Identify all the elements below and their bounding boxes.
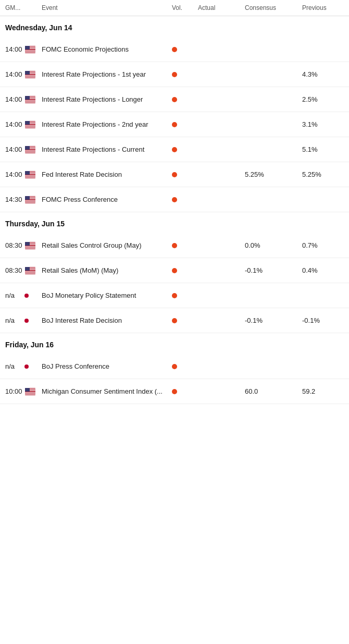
time-value: n/a [5, 362, 22, 370]
flag-us-icon [25, 388, 35, 395]
vol-cell [172, 243, 198, 248]
previous-cell: 3.1% [302, 120, 344, 128]
table-row[interactable]: 08:30Retail Sales (MoM) (May)-0.1%0.4% [0, 258, 349, 283]
vol-dot-icon [172, 389, 177, 394]
time-value: 14:00 [5, 70, 22, 78]
section-header-2: Friday, Jun 16 [0, 333, 349, 354]
event-name: Interest Rate Projections - 1st year [42, 70, 172, 78]
col-actual: Actual [198, 4, 245, 11]
previous-cell: 0.7% [302, 241, 344, 249]
time-value: 08:30 [5, 241, 22, 249]
time-cell: 14:30 [5, 196, 42, 203]
flag-us-icon [25, 171, 35, 178]
event-name: Michigan Consumer Sentiment Index (... [42, 387, 172, 395]
section-header-1: Thursday, Jun 15 [0, 212, 349, 233]
vol-cell [172, 318, 198, 323]
event-name: Interest Rate Projections - Current [42, 145, 172, 153]
event-name: BoJ Interest Rate Decision [42, 317, 172, 324]
table-row[interactable]: 14:00Interest Rate Projections - 1st yea… [0, 62, 349, 87]
table-row[interactable]: 14:00Interest Rate Projections - Longer2… [0, 87, 349, 112]
vol-cell [172, 293, 198, 298]
vol-cell [172, 122, 198, 127]
flag-us-icon [25, 46, 35, 53]
time-value: 08:30 [5, 266, 22, 274]
vol-dot-icon [172, 172, 177, 177]
time-cell: 08:30 [5, 266, 42, 274]
vol-dot-icon [172, 243, 177, 248]
table-row[interactable]: n/aBoJ Press Conference [0, 354, 349, 379]
event-name: Retail Sales Control Group (May) [42, 241, 172, 249]
sections-container: Wednesday, Jun 1414:00FOMC Economic Proj… [0, 16, 349, 404]
time-value: 14:00 [5, 95, 22, 103]
flag-us-icon [25, 71, 35, 78]
vol-dot-icon [172, 364, 177, 369]
table-row[interactable]: 08:30Retail Sales Control Group (May)0.0… [0, 233, 349, 258]
flag-us-icon [25, 196, 35, 203]
section-header-0: Wednesday, Jun 14 [0, 16, 349, 37]
col-previous: Previous [302, 4, 344, 11]
previous-cell: -0.1% [302, 317, 344, 324]
vol-cell [172, 268, 198, 273]
previous-cell: 5.1% [302, 145, 344, 153]
japan-dot-icon [24, 364, 29, 369]
table-row[interactable]: 14:30FOMC Press Conference [0, 187, 349, 212]
flag-us-icon [25, 121, 35, 128]
flag-us-icon [25, 242, 35, 249]
time-value: 14:00 [5, 45, 22, 53]
vol-dot-icon [172, 293, 177, 298]
vol-dot-icon [172, 72, 177, 77]
time-cell: n/a [5, 362, 42, 370]
table-row[interactable]: 14:00FOMC Economic Projections [0, 37, 349, 62]
table-row[interactable]: n/aBoJ Monetary Policy Statement [0, 283, 349, 308]
event-name: BoJ Monetary Policy Statement [42, 291, 172, 299]
japan-dot-icon [24, 319, 29, 323]
previous-cell: 0.4% [302, 266, 344, 274]
event-name: Interest Rate Projections - Longer [42, 95, 172, 103]
table-row[interactable]: 14:00Interest Rate Projections - 2nd yea… [0, 112, 349, 137]
vol-cell [172, 172, 198, 177]
time-cell: 14:00 [5, 171, 42, 178]
time-value: 10:00 [5, 387, 22, 395]
vol-dot-icon [172, 122, 177, 127]
table-row[interactable]: 14:00Interest Rate Projections - Current… [0, 137, 349, 162]
time-cell: 08:30 [5, 241, 42, 249]
event-name: BoJ Press Conference [42, 362, 172, 370]
time-value: 14:30 [5, 196, 22, 203]
time-cell: 14:00 [5, 45, 42, 53]
consensus-cell: 60.0 [245, 387, 302, 395]
header-row: GM... Event Vol. Actual Consensus Previo… [0, 0, 349, 16]
time-value: 14:00 [5, 171, 22, 178]
time-value: n/a [5, 291, 22, 299]
consensus-cell: 5.25% [245, 171, 302, 178]
event-name: FOMC Press Conference [42, 196, 172, 203]
table-row[interactable]: 14:00Fed Interest Rate Decision5.25%5.25… [0, 162, 349, 187]
previous-cell: 5.25% [302, 171, 344, 178]
vol-cell [172, 364, 198, 369]
japan-dot-icon [24, 294, 29, 298]
consensus-cell: 0.0% [245, 241, 302, 249]
event-name: Retail Sales (MoM) (May) [42, 266, 172, 274]
time-cell: n/a [5, 291, 42, 299]
col-vol: Vol. [172, 4, 198, 11]
vol-dot-icon [172, 197, 177, 202]
vol-cell [172, 97, 198, 102]
col-consensus: Consensus [245, 4, 302, 11]
time-cell: 14:00 [5, 120, 42, 128]
flag-us-icon [25, 96, 35, 103]
vol-dot-icon [172, 318, 177, 323]
flag-us-icon [25, 146, 35, 153]
table-row[interactable]: 10:00Michigan Consumer Sentiment Index (… [0, 379, 349, 404]
event-name: Interest Rate Projections - 2nd year [42, 120, 172, 128]
flag-us-icon [25, 267, 35, 274]
table-row[interactable]: n/aBoJ Interest Rate Decision-0.1%-0.1% [0, 308, 349, 333]
time-cell: 14:00 [5, 95, 42, 103]
consensus-cell: -0.1% [245, 266, 302, 274]
previous-cell: 59.2 [302, 387, 344, 395]
time-value: 14:00 [5, 120, 22, 128]
time-cell: 14:00 [5, 70, 42, 78]
vol-dot-icon [172, 47, 177, 52]
event-name: FOMC Economic Projections [42, 45, 172, 53]
time-cell: 14:00 [5, 145, 42, 153]
vol-cell [172, 147, 198, 152]
time-cell: 10:00 [5, 387, 42, 395]
